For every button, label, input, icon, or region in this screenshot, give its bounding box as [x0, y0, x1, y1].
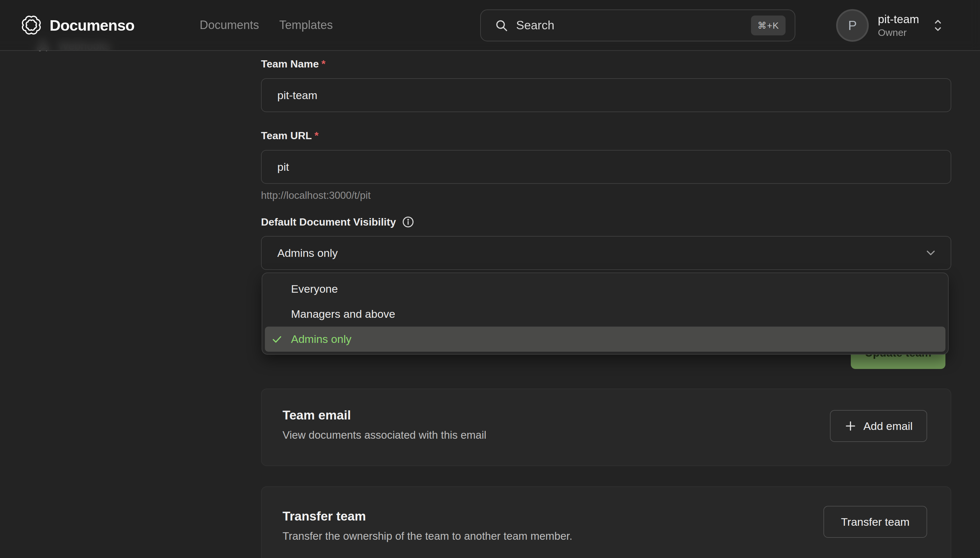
- visibility-option-admins[interactable]: Admins only: [265, 327, 945, 352]
- visibility-select[interactable]: Admins only: [261, 236, 951, 270]
- team-email-card: Team email View documents associated wit…: [261, 389, 951, 466]
- top-navbar: Documenso Documents Templates Search ⌘+K…: [0, 0, 980, 51]
- plus-icon: [844, 420, 856, 432]
- visibility-label: Default Document Visibility: [261, 216, 396, 228]
- brand[interactable]: Documenso: [21, 0, 134, 50]
- brand-name: Documenso: [49, 16, 134, 34]
- required-asterisk: *: [321, 58, 325, 70]
- chevrons-up-down-icon: [932, 17, 944, 34]
- visibility-dropdown: Everyone Managers and above Admins only: [262, 272, 949, 354]
- transfer-team-card: Transfer team Transfer the ownership of …: [261, 486, 951, 558]
- search-shortcut-badge: ⌘+K: [751, 16, 786, 36]
- page: Webhooks Team Name* Team URL* http://loc…: [0, 0, 980, 558]
- user-role: Owner: [878, 26, 919, 39]
- team-name-input[interactable]: [261, 78, 951, 112]
- info-icon[interactable]: [402, 216, 414, 228]
- check-icon: [272, 334, 283, 345]
- team-url-preview: http://localhost:3000/t/pit: [261, 190, 371, 202]
- chevron-down-icon: [924, 246, 937, 260]
- documenso-logo-icon: [21, 15, 41, 35]
- nav-links: Documents Templates: [200, 0, 333, 50]
- nav-link-templates[interactable]: Templates: [279, 18, 333, 32]
- user-texts: pit-team Owner: [878, 12, 919, 38]
- search-icon: [494, 18, 508, 32]
- search-placeholder: Search: [516, 18, 554, 32]
- user-team-name: pit-team: [878, 12, 919, 26]
- avatar: P: [836, 9, 869, 42]
- visibility-label-row: Default Document Visibility: [261, 216, 414, 228]
- team-url-input[interactable]: [261, 150, 951, 184]
- nav-link-documents[interactable]: Documents: [200, 18, 259, 32]
- team-url-label: Team URL*: [261, 130, 318, 142]
- visibility-option-managers[interactable]: Managers and above: [265, 302, 945, 327]
- team-name-label: Team Name*: [261, 58, 326, 70]
- transfer-team-title: Transfer team: [283, 509, 366, 524]
- add-email-button[interactable]: Add email: [830, 410, 927, 442]
- transfer-team-button[interactable]: Transfer team: [824, 506, 927, 538]
- team-email-description: View documents associated with this emai…: [283, 429, 486, 441]
- user-menu[interactable]: P pit-team Owner: [836, 9, 944, 42]
- team-email-title: Team email: [283, 408, 351, 422]
- search-input[interactable]: Search ⌘+K: [480, 10, 796, 41]
- visibility-select-value: Admins only: [277, 247, 338, 259]
- visibility-option-everyone[interactable]: Everyone: [265, 276, 945, 302]
- transfer-team-description: Transfer the ownership of the team to an…: [283, 530, 572, 542]
- required-asterisk: *: [315, 130, 318, 141]
